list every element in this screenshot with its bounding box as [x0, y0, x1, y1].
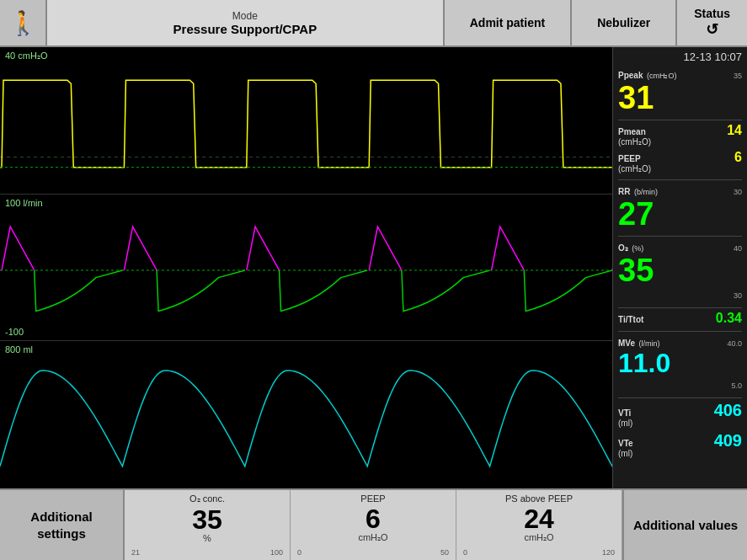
main-content: 40 cmH₂O 100 l/min -100 800 ml 12-13 10:…: [0, 47, 747, 488]
mve-scale-bot: 5.0: [731, 381, 742, 390]
volume-scale-label: 800 ml: [5, 344, 33, 355]
ppeak-unit: (cmH₂O): [647, 72, 677, 80]
pmean-block: Pmean (cmH₂O) 14: [618, 123, 742, 147]
o2-unit: (%): [632, 244, 643, 253]
o2-conc-label: O₂ conc.: [189, 493, 225, 504]
patient-icon: 🚶: [0, 0, 47, 45]
o2-scale: 21 100: [131, 548, 283, 557]
vte-value: 409: [714, 431, 742, 451]
mve-value: 11.0: [618, 349, 742, 376]
ppeak-value: 31: [618, 82, 742, 114]
flow-neg-label: -100: [5, 327, 24, 337]
peep-scale-min: 0: [297, 548, 301, 557]
admit-patient-button[interactable]: Admit patient: [445, 0, 572, 45]
ppeak-scale: 35: [734, 72, 742, 80]
rr-label: RR: [618, 187, 630, 196]
ps-scale-max: 120: [602, 548, 615, 557]
vte-unit: (ml): [618, 449, 633, 459]
ps-value: 24: [524, 505, 554, 532]
peep-setting: PEEP 6 cmH₂O 0 50: [291, 490, 456, 560]
peep-footer-value: 6: [365, 505, 381, 532]
pressure-canvas: [0, 47, 612, 194]
mve-block: MVe (l/min) 40.0 11.0 5.0: [618, 334, 742, 392]
rr-scale: 30: [734, 188, 742, 196]
tittot-label: Ti/Ttot: [618, 315, 643, 325]
pressure-chart: 40 cmH₂O: [0, 47, 612, 195]
ps-scale-min: 0: [463, 548, 467, 557]
pressure-scale-label: 40 cmH₂O: [5, 51, 47, 61]
peep-scale: 0 50: [297, 548, 449, 557]
rr-value: 27: [618, 198, 742, 230]
rr-block: RR (b/min) 30 27: [618, 183, 742, 230]
additional-values-button[interactable]: Additional values: [622, 490, 747, 560]
mode-value: Pressure Support/CPAP: [173, 22, 317, 36]
pmean-label: Pmean: [618, 127, 651, 137]
flow-scale-label: 100 l/min: [5, 198, 43, 208]
status-display: Status ↺: [677, 0, 747, 45]
ppeak-label: Ppeak: [618, 71, 643, 80]
mve-label: MVe: [618, 339, 635, 348]
flow-canvas: [0, 195, 612, 340]
volume-chart: 800 ml: [0, 341, 612, 488]
peep-scale-max: 50: [440, 548, 449, 557]
o2-block: O₂ (%) 40 35 30: [618, 239, 742, 301]
o2-conc-setting: O₂ conc. 35 % 21 100: [125, 490, 291, 560]
footer: Additional settings O₂ conc. 35 % 21 100…: [0, 488, 747, 560]
mve-unit: (l/min): [638, 339, 659, 348]
vti-unit: (ml): [618, 419, 632, 429]
flow-chart: 100 l/min -100: [0, 195, 612, 341]
ps-setting: PS above PEEP 24 cmH₂O 0 120: [456, 490, 622, 560]
vti-block: VTi (ml) 406: [618, 401, 742, 429]
mode-display: Mode Pressure Support/CPAP: [47, 0, 445, 45]
o2-scale-bot: 30: [734, 291, 742, 300]
rr-unit: (b/min): [634, 188, 658, 196]
o2-label: O₂: [618, 243, 628, 253]
peep-value: 6: [734, 150, 742, 165]
ps-unit: cmH₂O: [524, 532, 553, 543]
vti-label: VTi: [618, 408, 632, 419]
vti-value: 406: [714, 401, 742, 420]
volume-canvas: [0, 341, 612, 488]
mve-scale-top: 40.0: [727, 339, 742, 348]
pmean-value: 14: [727, 123, 742, 138]
peep-unit: (cmH₂O): [618, 164, 651, 174]
header: 🚶 Mode Pressure Support/CPAP Admit patie…: [0, 0, 747, 47]
vte-block: VTe (ml) 409: [618, 431, 742, 459]
ps-label: PS above PEEP: [505, 493, 573, 504]
ppeak-block: Ppeak (cmH₂O) 35 31: [618, 67, 742, 114]
peep-label: PEEP: [618, 154, 651, 164]
o2-value: 35: [618, 254, 742, 286]
peep-footer-label: PEEP: [360, 493, 385, 504]
o2-conc-unit: %: [203, 533, 211, 543]
additional-settings-button[interactable]: Additional settings: [0, 490, 125, 560]
peep-footer-unit: cmH₂O: [358, 532, 387, 543]
vte-label: VTe: [618, 439, 633, 449]
o2-scale-max: 100: [270, 548, 283, 557]
peep-block: PEEP (cmH₂O) 6: [618, 150, 742, 174]
o2-scale-min: 21: [131, 548, 140, 557]
datetime-display: 12-13 10:07: [618, 51, 742, 63]
o2-conc-value: 35: [192, 506, 222, 533]
charts-area: 40 cmH₂O 100 l/min -100 800 ml: [0, 47, 612, 488]
status-label: Status: [694, 7, 730, 20]
nebulizer-button[interactable]: Nebulizer: [572, 0, 677, 45]
metrics-panel: 12-13 10:07 Ppeak (cmH₂O) 35 31 Pmean (c…: [612, 47, 747, 488]
mode-label: Mode: [232, 10, 258, 22]
pmean-unit: (cmH₂O): [618, 137, 651, 147]
tittot-block: Ti/Ttot 0.34: [618, 311, 742, 326]
ps-scale: 0 120: [463, 548, 615, 557]
o2-scale-top: 40: [734, 244, 742, 253]
tittot-value: 0.34: [716, 311, 742, 326]
